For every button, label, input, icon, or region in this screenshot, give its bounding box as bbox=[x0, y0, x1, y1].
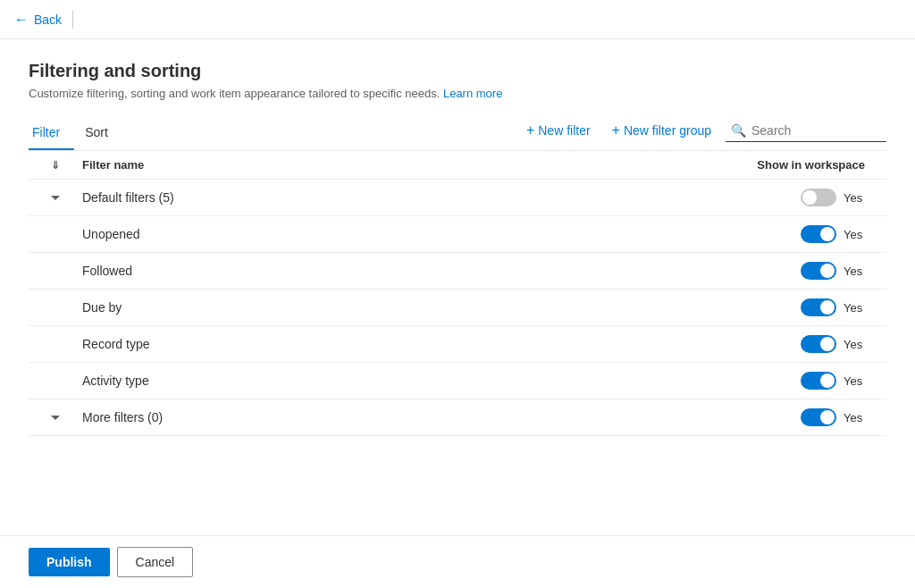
due-by-toggle-container: Yes bbox=[708, 298, 886, 316]
chevron-down-icon-2 bbox=[51, 416, 60, 420]
due-by-toggle[interactable] bbox=[801, 298, 836, 316]
col-filter-name: Filter name bbox=[82, 158, 708, 172]
more-filters-toggle[interactable] bbox=[801, 408, 836, 426]
table-row-unopened: Unopened Yes bbox=[29, 216, 886, 253]
new-filter-button[interactable]: + New filter bbox=[519, 119, 598, 142]
tab-sort[interactable]: Sort bbox=[81, 118, 122, 150]
more-filters-toggle-container: Yes bbox=[708, 408, 886, 426]
plus-icon: + bbox=[526, 122, 534, 139]
activity-type-slider bbox=[801, 372, 836, 390]
sort-indicator-icon: ⇓ bbox=[51, 159, 60, 172]
unopened-slider bbox=[801, 225, 836, 243]
nav-divider bbox=[72, 11, 73, 29]
publish-button[interactable]: Publish bbox=[29, 548, 110, 576]
new-filter-label: New filter bbox=[538, 123, 590, 138]
tabs: Filter Sort bbox=[29, 118, 130, 150]
expand-default-filters-icon[interactable] bbox=[29, 196, 82, 200]
default-filters-slider bbox=[801, 189, 836, 206]
due-by-toggle-label: Yes bbox=[844, 301, 865, 315]
back-label: Back bbox=[34, 13, 62, 27]
search-box: 🔍 bbox=[726, 120, 886, 142]
followed-toggle[interactable] bbox=[801, 262, 836, 280]
search-input[interactable] bbox=[751, 123, 877, 138]
default-filters-toggle[interactable] bbox=[801, 189, 836, 206]
back-link[interactable]: ← Back bbox=[14, 12, 62, 28]
group-row-default-filters: Default filters (5) Yes bbox=[29, 180, 886, 216]
record-type-toggle-label: Yes bbox=[844, 338, 865, 351]
followed-name: Followed bbox=[82, 264, 708, 278]
filter-table: ⇓ Filter name Show in workspace Default … bbox=[29, 151, 886, 535]
page-subtitle: Customize filtering, sorting and work it… bbox=[29, 87, 886, 100]
new-filter-group-button[interactable]: + New filter group bbox=[605, 119, 718, 142]
record-type-toggle[interactable] bbox=[801, 335, 836, 353]
unopened-toggle-container: Yes bbox=[708, 225, 886, 243]
tabs-toolbar: Filter Sort + New filter + New filter gr… bbox=[29, 118, 886, 151]
col-show-workspace: Show in workspace bbox=[708, 158, 886, 172]
table-row-due-by: Due by Yes bbox=[29, 290, 886, 326]
activity-type-toggle-label: Yes bbox=[844, 374, 865, 388]
chevron-down-icon bbox=[51, 196, 60, 200]
sort-icon-header: ⇓ bbox=[29, 159, 82, 172]
search-icon: 🔍 bbox=[731, 123, 746, 138]
footer: Publish Cancel bbox=[0, 535, 915, 588]
more-filters-slider bbox=[801, 408, 836, 426]
unopened-name: Unopened bbox=[82, 227, 708, 241]
followed-toggle-label: Yes bbox=[844, 265, 865, 278]
page-title: Filtering and sorting bbox=[29, 61, 886, 81]
top-nav: ← Back bbox=[0, 0, 915, 39]
subtitle-text: Customize filtering, sorting and work it… bbox=[29, 87, 440, 100]
group-row-more-filters: More filters (0) Yes bbox=[29, 399, 886, 436]
followed-slider bbox=[801, 262, 836, 280]
activity-type-toggle[interactable] bbox=[801, 372, 836, 390]
table-row-record-type: Record type Yes bbox=[29, 326, 886, 363]
activity-type-toggle-container: Yes bbox=[708, 372, 886, 390]
record-type-toggle-container: Yes bbox=[708, 335, 886, 353]
new-filter-group-label: New filter group bbox=[624, 123, 711, 138]
tab-filter[interactable]: Filter bbox=[29, 118, 74, 150]
activity-type-name: Activity type bbox=[82, 374, 708, 388]
cancel-button[interactable]: Cancel bbox=[117, 547, 194, 577]
followed-toggle-container: Yes bbox=[708, 262, 886, 280]
record-type-slider bbox=[801, 335, 836, 353]
more-filters-toggle-label: Yes bbox=[844, 411, 865, 424]
default-filters-toggle-label: Yes bbox=[844, 191, 865, 205]
default-filters-toggle-container: Yes bbox=[708, 189, 886, 206]
unopened-toggle-label: Yes bbox=[844, 228, 865, 241]
expand-more-filters-icon[interactable] bbox=[29, 416, 82, 420]
unopened-toggle[interactable] bbox=[801, 225, 836, 243]
plus-icon-2: + bbox=[612, 122, 620, 139]
toolbar-actions: + New filter + New filter group 🔍 bbox=[519, 119, 886, 149]
more-filters-name: More filters (0) bbox=[82, 410, 708, 424]
due-by-slider bbox=[801, 298, 836, 316]
due-by-name: Due by bbox=[82, 300, 708, 315]
main-content: Filtering and sorting Customize filterin… bbox=[0, 39, 915, 535]
learn-more-link[interactable]: Learn more bbox=[443, 87, 502, 100]
table-row-followed: Followed Yes bbox=[29, 253, 886, 290]
default-filters-name: Default filters (5) bbox=[82, 190, 708, 205]
back-arrow-icon: ← bbox=[14, 12, 29, 28]
record-type-name: Record type bbox=[82, 337, 708, 351]
table-row-activity-type: Activity type Yes bbox=[29, 363, 886, 399]
table-header: ⇓ Filter name Show in workspace bbox=[29, 151, 886, 180]
